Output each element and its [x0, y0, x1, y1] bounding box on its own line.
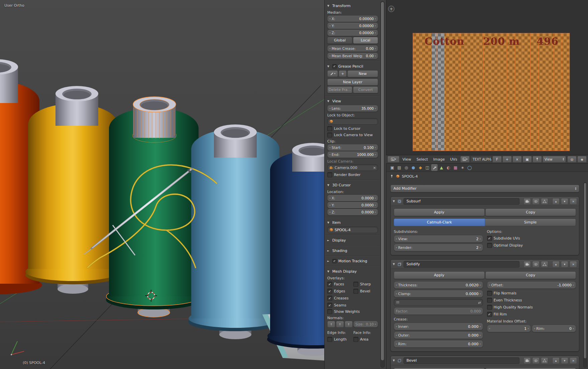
mean-crease-field[interactable]: ◂ Mean Crease: 0.00 ▸: [327, 45, 378, 52]
tab-object[interactable]: ◆: [417, 164, 424, 171]
length-row[interactable]: Length: [327, 336, 352, 343]
catmull-clark-toggle[interactable]: Catmull-Clark: [394, 218, 485, 226]
vertex-normal-toggle[interactable]: [327, 321, 335, 328]
show-weights-row[interactable]: Show Weights: [327, 308, 378, 315]
lens-field[interactable]: ◂ Lens: 35.000 ▸: [327, 105, 378, 112]
cursor-panel-header[interactable]: ▼ 3D Cursor: [327, 182, 378, 188]
expand-toolshelf-button[interactable]: +: [388, 6, 394, 12]
decrement-arrow[interactable]: ◂: [533, 327, 536, 330]
solidify-header[interactable]: ▼ Solidify ▴ ▾ ×: [391, 260, 579, 269]
pack-image-button[interactable]: ▣: [522, 156, 532, 163]
image-name-field[interactable]: TEXT ALPHA GREE...: [470, 156, 492, 163]
increment-arrow[interactable]: ▸: [374, 323, 377, 326]
collapse-icon[interactable]: ▼: [393, 263, 396, 266]
move-up-button[interactable]: ▴: [552, 198, 560, 205]
pin-icon[interactable]: [390, 174, 394, 178]
simple-toggle[interactable]: Simple: [485, 218, 576, 226]
subdivide-uvs-checkbox[interactable]: ✓: [487, 236, 492, 241]
median-z-field[interactable]: ◂ Z: 0.00000 ▸: [327, 29, 378, 36]
global-toggle[interactable]: Global: [327, 37, 352, 44]
increment-arrow[interactable]: ▸: [374, 153, 377, 156]
area-row[interactable]: Area: [353, 336, 378, 343]
bevel-checkbox[interactable]: [353, 289, 358, 294]
rim-material-offset-field[interactable]: ◂ Rim: 0 ▸: [532, 325, 576, 332]
grease-pencil-checkbox[interactable]: ✓: [332, 64, 337, 69]
viewport-3d[interactable]: User Ortho (0) SPOOL-4: [0, 0, 324, 369]
spool-dark-blue[interactable]: [267, 143, 324, 356]
copy-button[interactable]: Copy: [485, 208, 576, 216]
increment-arrow[interactable]: ▸: [374, 211, 377, 213]
transform-panel-header[interactable]: ▼ Transform: [327, 2, 378, 9]
move-down-button[interactable]: ▾: [561, 261, 568, 268]
faces-row[interactable]: ✓ Faces: [327, 281, 352, 287]
new-layer-button[interactable]: New Layer: [327, 79, 378, 86]
decrement-arrow[interactable]: ◂: [395, 325, 397, 328]
face-normal-toggle[interactable]: [345, 321, 353, 328]
render-subdivisions-field[interactable]: ◂ Render: 2 ▸: [394, 244, 483, 251]
convert-button[interactable]: Convert: [353, 86, 378, 93]
render-visibility-icon[interactable]: [523, 198, 531, 205]
editmode-visibility-icon[interactable]: [541, 198, 548, 205]
edges-row[interactable]: ✓ Edges: [327, 288, 352, 294]
menu-view[interactable]: View: [400, 156, 414, 163]
modifier-name-field[interactable]: Subsurf: [403, 198, 519, 205]
decrement-arrow[interactable]: ◂: [329, 17, 331, 20]
crease-rim-field[interactable]: ◂ Rim: 0.000 ▸: [394, 340, 483, 348]
creases-checkbox[interactable]: ✓: [327, 296, 332, 301]
subdivide-uvs-row[interactable]: ✓ Subdivide UVs: [487, 235, 576, 242]
edges-checkbox[interactable]: ✓: [327, 289, 332, 294]
collapse-icon[interactable]: ▼: [393, 359, 396, 362]
decrement-arrow[interactable]: ◂: [488, 327, 491, 330]
increment-arrow[interactable]: ▸: [479, 334, 482, 337]
decrement-arrow[interactable]: ◂: [329, 47, 331, 50]
editor-type-button[interactable]: ▾: [387, 156, 399, 163]
fill-rim-checkbox[interactable]: ✓: [487, 312, 492, 317]
local-camera-field[interactable]: Camera.000 ×: [327, 164, 378, 171]
increment-arrow[interactable]: ▸: [374, 17, 377, 20]
properties-scrollbar[interactable]: [583, 182, 587, 368]
thickness-field[interactable]: ◂ Thickness: 0.0020 ▸: [394, 281, 483, 289]
cursor-y-field[interactable]: ◂ Y: 0.0000 ▸: [327, 202, 378, 208]
cursor-x-field[interactable]: ◂ X: 0.0000 ▸: [327, 195, 378, 201]
scrollbar-thumb[interactable]: [381, 2, 384, 360]
motion-tracking-checkbox[interactable]: ✓: [332, 259, 337, 263]
scrollbar-thumb[interactable]: [584, 183, 586, 358]
move-down-button[interactable]: ▾: [561, 357, 568, 364]
increment-arrow[interactable]: ▸: [374, 146, 377, 149]
tab-render[interactable]: ▣: [389, 164, 395, 171]
delete-frame-button[interactable]: Delete Fra...: [327, 86, 352, 93]
decrement-arrow[interactable]: ◂: [329, 31, 331, 34]
unlink-icon[interactable]: ×: [373, 166, 376, 170]
length-checkbox[interactable]: [327, 337, 332, 342]
modifier-name-field[interactable]: Solidify: [403, 261, 519, 268]
render-visibility-icon[interactable]: [523, 261, 531, 268]
increment-arrow[interactable]: ▸: [479, 325, 482, 328]
collapse-icon[interactable]: ►: [327, 239, 331, 242]
item-panel-header[interactable]: ▼ Item: [327, 219, 378, 226]
view-panel-header[interactable]: ▼ View: [327, 98, 378, 104]
lock-camera-checkbox[interactable]: [327, 132, 332, 137]
add-modifier-dropdown[interactable]: Add Modifier ▴▾: [390, 185, 579, 192]
faces-checkbox[interactable]: ✓: [327, 282, 332, 287]
area-checkbox[interactable]: [353, 337, 358, 342]
increment-arrow[interactable]: ▸: [479, 343, 482, 345]
editmode-visibility-icon[interactable]: [541, 357, 548, 364]
editmode-visibility-icon[interactable]: [541, 261, 548, 268]
collapse-icon[interactable]: ▼: [327, 100, 331, 103]
factor-field[interactable]: Factor: 0.000: [394, 307, 483, 315]
snap-button[interactable]: ◈: [577, 156, 587, 163]
even-thickness-checkbox[interactable]: [487, 298, 492, 303]
apply-button[interactable]: Apply: [394, 368, 485, 369]
median-x-field[interactable]: ◂ X: 0.00000 ▸: [327, 15, 378, 22]
apply-button[interactable]: Apply: [394, 271, 485, 279]
modifier-name-field[interactable]: Bevel: [403, 357, 519, 364]
mean-bevel-weight-field[interactable]: ◂ Mean Bevel Weig: 0.00 ▸: [327, 53, 378, 59]
tab-object-data[interactable]: ▲: [438, 164, 445, 171]
vertex-group-field[interactable]: ⇄: [394, 299, 483, 306]
apply-button[interactable]: Apply: [394, 208, 485, 216]
uv-image-editor[interactable]: + Cotton 200 m 496: [386, 0, 588, 155]
increment-arrow[interactable]: ▸: [374, 55, 377, 57]
copy-button[interactable]: Copy: [485, 368, 576, 369]
copy-button[interactable]: Copy: [485, 271, 576, 279]
lock-camera-row[interactable]: Lock Camera to View: [327, 132, 378, 138]
